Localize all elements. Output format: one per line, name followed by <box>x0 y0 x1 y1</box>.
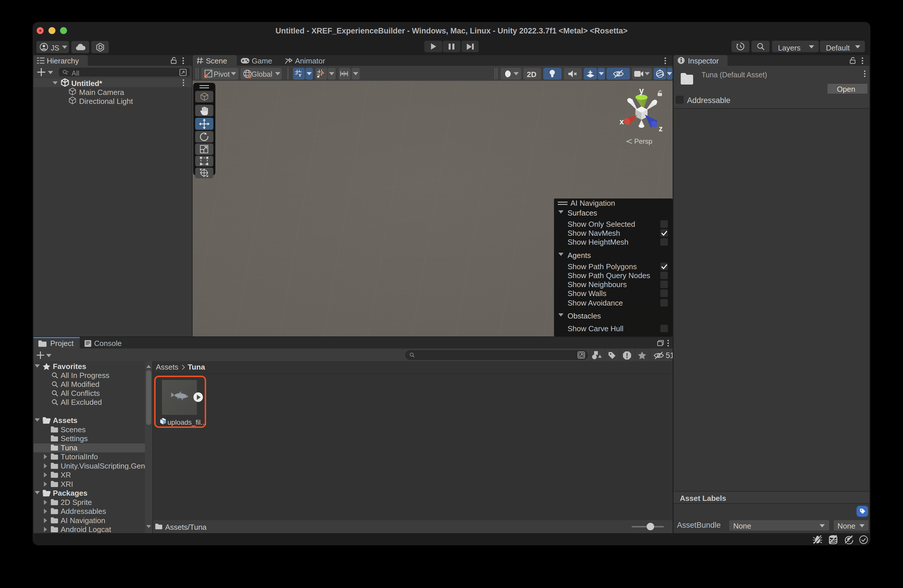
svg-text:Y: Y <box>299 73 301 78</box>
svg-text:z: z <box>659 124 663 133</box>
svg-text:y: y <box>639 86 644 95</box>
svg-text:x: x <box>620 118 624 126</box>
